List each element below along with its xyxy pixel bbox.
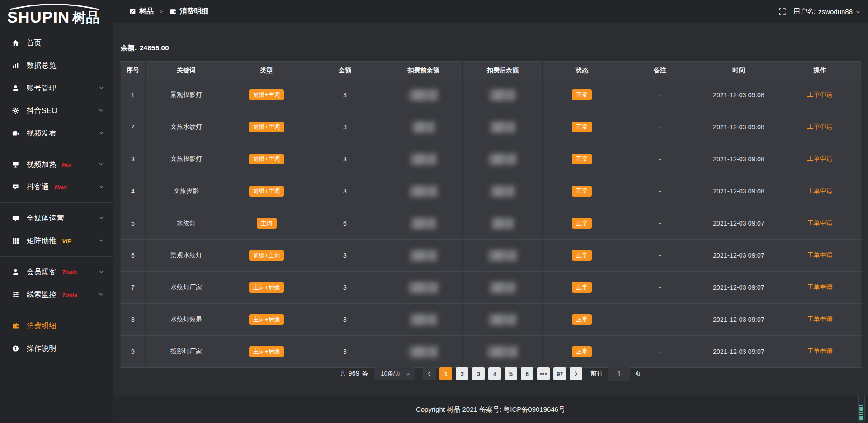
cell-amount: 3 <box>306 111 384 143</box>
cell-time: 2021-12-03 09:08 <box>699 175 778 207</box>
cell-keyword: 文旅水纹灯 <box>146 111 227 143</box>
type-badge: 主词 <box>257 218 277 229</box>
breadcrumb-current[interactable]: 消费明细 <box>169 7 209 16</box>
page-button-5[interactable]: 5 <box>505 367 517 380</box>
work-order-link[interactable]: 工单申请 <box>807 219 833 226</box>
cell-status: 正常 <box>543 272 621 304</box>
masked-value <box>412 122 435 133</box>
cell-keyword: 水纹灯厂家 <box>146 272 227 304</box>
scroll-widget-bar <box>859 414 863 415</box>
sidebar-item-操作说明[interactable]: ?操作说明 <box>0 337 113 360</box>
page-ellipsis-button[interactable]: ••• <box>537 367 550 380</box>
consumption-table-wrap: 序号关键词类型金额扣费前余额扣费后余额状态备注时间操作 1景观投影灯前缀+主词3… <box>120 61 862 368</box>
member-icon <box>12 268 20 276</box>
sidebar-item-抖客通[interactable]: 抖客通New <box>0 176 113 198</box>
topbar: 树品 > 消费明细 用户名: zswodun88 <box>113 0 868 23</box>
work-order-link[interactable]: 工单申请 <box>807 187 833 194</box>
breadcrumb-separator: > <box>158 8 165 15</box>
sidebar-item-账号管理[interactable]: 账号管理 <box>0 77 113 99</box>
chevron-down-icon <box>99 130 104 136</box>
table-row: 9投影灯厂家主词+后缀3正常-2021-12-03 09:07工单申请 <box>121 336 862 368</box>
scroll-widget[interactable] <box>858 395 865 422</box>
cell-keyword: 景观投影灯 <box>146 79 227 111</box>
sidebar-item-首页[interactable]: 首页 <box>0 32 113 54</box>
copyright-text: Copyright 树品 2021 备案号: 粤ICP备09019646号 <box>416 405 565 414</box>
sidebar-item-抖音SEO[interactable]: 抖音SEO <box>0 99 113 122</box>
cell-type: 主词+后缀 <box>227 336 306 368</box>
cell-time: 2021-12-03 09:07 <box>699 336 778 368</box>
sidebar-item-线索监控[interactable]: 线索监控Tools <box>0 283 113 306</box>
scroll-widget-bar <box>859 409 863 411</box>
chevron-down-icon <box>99 238 104 243</box>
work-order-link[interactable]: 工单申请 <box>807 315 833 323</box>
masked-value <box>409 282 439 293</box>
cell-balance-before-masked <box>384 336 463 368</box>
page-button-3[interactable]: 3 <box>472 367 485 380</box>
sidebar-item-label: 操作说明 <box>27 344 57 353</box>
sidebar-item-全媒体运营[interactable]: 全媒体运营 <box>0 207 113 230</box>
page-button-4[interactable]: 4 <box>488 367 501 380</box>
goto-suffix: 页 <box>635 370 641 378</box>
goto-page-input[interactable] <box>608 367 630 381</box>
table-row: 5水纹灯主词6正常-2021-12-03 09:07工单申请 <box>121 207 862 240</box>
masked-value <box>409 89 438 101</box>
status-badge: 正常 <box>572 282 592 293</box>
sidebar-menu: 首页数据总览账号管理抖音SEO视频发布视频加热Hot抖客通New全媒体运营矩阵助… <box>0 29 113 360</box>
cell-balance-before-masked <box>384 175 463 207</box>
work-order-link[interactable]: 工单申请 <box>807 251 833 258</box>
topbar-right: 用户名: zswodun88 <box>778 7 861 16</box>
type-badge: 前缀+主词 <box>249 154 284 165</box>
sidebar-item-视频加热[interactable]: 视频加热Hot <box>0 153 113 176</box>
page-button-97[interactable]: 97 <box>553 367 566 380</box>
table-row: 7水纹灯厂家主词+后缀3正常-2021-12-03 09:07工单申请 <box>121 272 862 304</box>
prev-page-button[interactable] <box>423 367 436 380</box>
sidebar-item-矩阵助推[interactable]: 矩阵助推VIP <box>0 230 113 252</box>
grid-icon <box>12 237 20 245</box>
sidebar-item-会员爆客[interactable]: 会员爆客Tools <box>0 261 113 283</box>
cell-balance-before-masked <box>384 240 463 272</box>
cell-balance-after-masked <box>463 304 543 336</box>
work-order-link[interactable]: 工单申请 <box>807 283 833 291</box>
user-dropdown[interactable]: 用户名: zswodun88 <box>793 7 861 16</box>
work-order-link[interactable]: 工单申请 <box>807 91 833 98</box>
column-header-关键词: 关键词 <box>146 62 227 79</box>
cell-balance-after-masked <box>463 240 543 272</box>
page-button-1[interactable]: 1 <box>439 367 452 380</box>
masked-value <box>409 346 438 357</box>
page-button-6[interactable]: 6 <box>521 367 533 380</box>
page-size-select[interactable]: 10条/页 <box>374 367 415 380</box>
cell-keyword: 投影灯厂家 <box>146 336 227 368</box>
cell-status: 正常 <box>543 207 621 240</box>
chevron-down-icon <box>99 108 104 113</box>
status-badge: 正常 <box>572 186 592 197</box>
cell-keyword: 文旅投影 <box>146 175 227 207</box>
breadcrumb-home[interactable]: 树品 <box>129 7 154 16</box>
cell-balance-before-masked <box>384 207 463 240</box>
page-button-2[interactable]: 2 <box>456 367 468 380</box>
column-header-操作: 操作 <box>778 62 862 79</box>
column-header-金额: 金额 <box>306 62 384 79</box>
chevron-down-icon <box>405 371 410 377</box>
home-icon <box>12 39 20 47</box>
column-header-状态: 状态 <box>543 62 621 79</box>
work-order-link[interactable]: 工单申请 <box>807 123 833 130</box>
column-header-扣费后余额: 扣费后余额 <box>463 62 543 79</box>
sidebar-item-label: 全媒体运营 <box>27 214 64 223</box>
cell-action: 工单申请 <box>778 175 862 207</box>
sidebar-item-label: 消费明细 <box>27 321 57 331</box>
status-badge: 正常 <box>572 346 592 357</box>
work-order-link[interactable]: 工单申请 <box>807 348 833 355</box>
sidebar-item-数据总览[interactable]: 数据总览 <box>0 54 113 77</box>
cell-index: 8 <box>121 304 146 336</box>
fullscreen-icon[interactable] <box>778 8 786 15</box>
type-badge: 主词+后缀 <box>249 314 284 325</box>
sidebar-item-消费明细[interactable]: 消费明细 <box>0 315 113 337</box>
work-order-link[interactable]: 工单申请 <box>807 155 833 162</box>
sidebar-item-视频发布[interactable]: 视频发布 <box>0 122 113 145</box>
cell-keyword: 景观水纹灯 <box>146 240 227 272</box>
next-page-button[interactable] <box>570 367 582 380</box>
chevron-down-icon <box>99 269 104 274</box>
masked-value <box>410 250 437 261</box>
cell-type: 主词+后缀 <box>227 304 306 336</box>
cell-remark: - <box>621 79 699 111</box>
